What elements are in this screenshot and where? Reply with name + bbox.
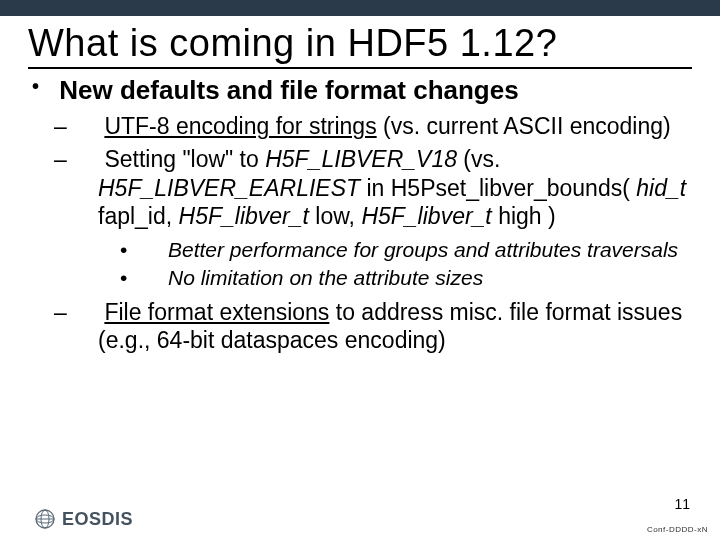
- bullet-list-level2: UTF-8 encoding for strings (vs. current …: [36, 112, 692, 355]
- bullet-list-level3: Better performance for groups and attrib…: [98, 237, 692, 292]
- confidential-label: Conf-DDDD-xN: [647, 525, 708, 534]
- sub2-b: H5F_LIBVER_V18: [265, 146, 457, 172]
- sub2-h: H5F_libver_t: [179, 203, 309, 229]
- logo-text: EOSDIS: [62, 509, 133, 530]
- bullet-item-1: New defaults and file format changes UTF…: [36, 75, 692, 355]
- sub2-f: hid_t: [636, 175, 686, 201]
- sub-item-1-underline: UTF-8 encoding for strings: [104, 113, 376, 139]
- sub3-underline: File format extensions: [104, 299, 329, 325]
- eosdis-logo: EOSDIS: [34, 508, 133, 530]
- sub2-g: fapl_id,: [98, 203, 179, 229]
- sub2-d: H5F_LIBVER_EARLIEST: [98, 175, 360, 201]
- sub2-j: H5F_libver_t: [361, 203, 491, 229]
- bullet-list-level1: New defaults and file format changes UTF…: [28, 75, 692, 355]
- sub-item-1: UTF-8 encoding for strings (vs. current …: [76, 112, 692, 141]
- slide-content: What is coming in HDF5 1.12? New default…: [0, 16, 720, 355]
- page-number: 11: [674, 496, 690, 512]
- sub2-c: (vs.: [457, 146, 500, 172]
- bullet-item-1-text: New defaults and file format changes: [59, 75, 518, 105]
- sub2-i: low,: [309, 203, 361, 229]
- sub2-a: Setting "low" to: [104, 146, 265, 172]
- sub2-e: in H5Pset_libver_bounds(: [360, 175, 636, 201]
- slide-title: What is coming in HDF5 1.12?: [28, 22, 692, 69]
- sub-item-1-rest: (vs. current ASCII encoding): [377, 113, 671, 139]
- globe-icon: [34, 508, 56, 530]
- subsub-item-1: Better performance for groups and attrib…: [144, 237, 692, 263]
- subsub-item-2: No limitation on the attribute sizes: [144, 265, 692, 291]
- sub-item-2: Setting "low" to H5F_LIBVER_V18 (vs. H5F…: [76, 145, 692, 292]
- top-bar: [0, 0, 720, 16]
- sub-item-3: File format extensions to address misc. …: [76, 298, 692, 356]
- sub2-k: high ): [492, 203, 556, 229]
